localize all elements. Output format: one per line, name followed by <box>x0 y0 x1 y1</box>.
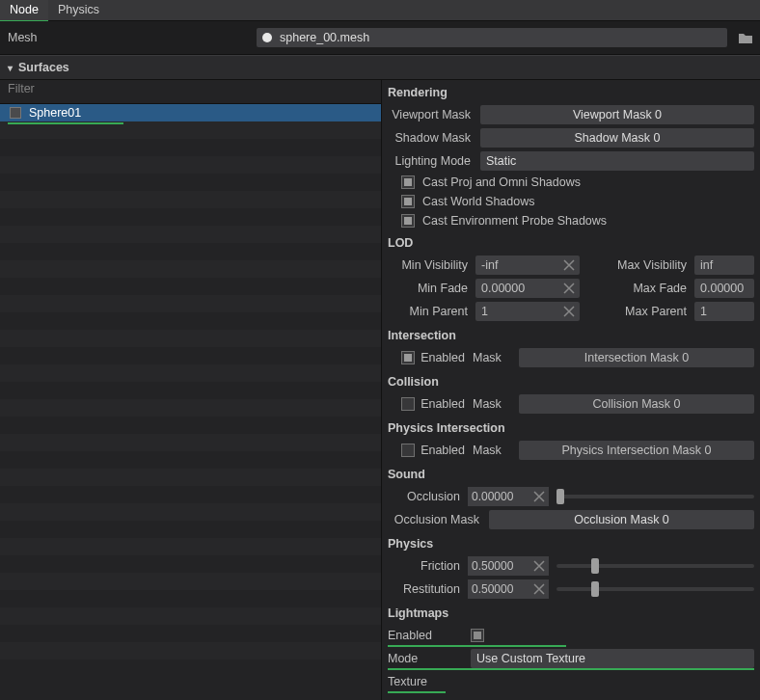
reset-icon[interactable] <box>532 559 546 573</box>
mesh-label: Mesh <box>6 31 247 44</box>
collision-enabled-checkbox[interactable] <box>401 397 415 411</box>
max-parent-label: Max Parent <box>607 305 694 318</box>
reset-icon[interactable] <box>562 305 576 318</box>
lightmaps-title: Lightmaps <box>382 601 760 624</box>
properties-panel: Rendering Viewport Mask Viewport Mask 0 … <box>382 80 760 700</box>
occlusion-input[interactable]: 0.00000 <box>468 487 549 506</box>
lightmaps-texture-label: Texture <box>388 675 471 688</box>
surface-checkbox[interactable] <box>10 107 21 119</box>
reset-icon[interactable] <box>562 282 576 295</box>
reset-icon[interactable] <box>562 258 576 272</box>
restitution-slider[interactable] <box>556 579 754 599</box>
intersection-enabled-label: Enabled <box>421 351 465 364</box>
lod-title: LOD <box>382 230 760 254</box>
shadow-mask-button[interactable]: Shadow Mask 0 <box>480 128 754 148</box>
shadow-mask-label: Shadow Mask <box>388 131 480 145</box>
phys-intersection-title: Physics Intersection <box>382 416 760 439</box>
physics-title: Physics <box>382 531 760 554</box>
surfaces-panel: Filter Sphere01 <box>0 80 382 700</box>
lighting-mode-label: Lighting Mode <box>388 154 480 168</box>
collision-mask-label: Mask <box>473 397 511 411</box>
folder-icon <box>739 32 752 43</box>
restitution-input[interactable]: 0.50000 <box>468 579 549 599</box>
cast-env-checkbox[interactable] <box>401 214 415 228</box>
lightmaps-mode-dropdown[interactable]: Use Custom Texture <box>471 649 754 668</box>
surfaces-filter-input[interactable]: Filter <box>0 80 381 104</box>
surface-name: Sphere01 <box>29 106 81 120</box>
lightmaps-enabled-row: Enabled <box>382 624 760 647</box>
mesh-field[interactable]: sphere_00.mesh <box>257 28 727 47</box>
min-parent-label: Min Parent <box>388 305 475 318</box>
highlight-strip <box>8 122 123 124</box>
max-visibility-label: Max Visibility <box>607 258 694 272</box>
min-visibility-input[interactable]: -inf <box>475 256 580 275</box>
cast-world-checkbox[interactable] <box>401 195 415 208</box>
min-fade-input[interactable]: 0.00000 <box>475 279 580 298</box>
surfaces-list: Sphere01 <box>0 104 381 700</box>
collision-enabled-label: Enabled <box>421 397 465 411</box>
lightmaps-enabled-checkbox[interactable] <box>471 629 484 642</box>
occlusion-mask-button[interactable]: Occlusion Mask 0 <box>489 510 754 529</box>
phys-intersection-mask-button[interactable]: Physics Intersection Mask 0 <box>519 441 754 460</box>
phys-intersection-mask-label: Mask <box>473 444 511 457</box>
chevron-down-icon: ▾ <box>8 63 13 73</box>
friction-input[interactable]: 0.50000 <box>468 556 549 576</box>
reset-icon[interactable] <box>532 490 546 503</box>
list-item[interactable]: Sphere01 <box>0 104 381 121</box>
viewport-mask-label: Viewport Mask <box>388 108 480 121</box>
lightmaps-enabled-label: Enabled <box>388 629 471 642</box>
occlusion-label: Occlusion <box>388 490 460 503</box>
max-fade-input[interactable]: 0.00000 <box>694 279 754 298</box>
max-fade-label: Max Fade <box>607 282 694 295</box>
max-parent-input[interactable]: 1 <box>694 302 754 321</box>
tab-node[interactable]: Node <box>0 0 48 22</box>
phys-intersection-enabled-label: Enabled <box>421 444 465 457</box>
tab-bar: Node Physics <box>0 0 760 21</box>
friction-label: Friction <box>388 559 460 573</box>
cast-proj-omni-label: Cast Proj and Omni Shadows <box>422 175 581 189</box>
intersection-mask-button[interactable]: Intersection Mask 0 <box>519 348 754 367</box>
lightmaps-mode-label: Mode <box>388 652 471 665</box>
mesh-value: sphere_00.mesh <box>280 31 369 44</box>
surfaces-header[interactable]: ▾ Surfaces <box>0 55 760 80</box>
intersection-title: Intersection <box>382 323 760 346</box>
intersection-mask-label: Mask <box>473 351 511 364</box>
surfaces-title: Surfaces <box>18 61 69 74</box>
mesh-row: Mesh sphere_00.mesh <box>0 21 760 55</box>
collision-title: Collision <box>382 369 760 392</box>
tab-physics[interactable]: Physics <box>48 0 109 20</box>
max-visibility-input[interactable]: inf <box>694 256 754 275</box>
viewport-mask-button[interactable]: Viewport Mask 0 <box>480 105 754 124</box>
occlusion-mask-label: Occlusion Mask <box>388 513 489 526</box>
cast-env-label: Cast Environment Probe Shadows <box>422 214 607 228</box>
restitution-label: Restitution <box>388 582 460 596</box>
lighting-mode-dropdown[interactable]: Static <box>480 151 754 171</box>
cast-world-label: Cast World Shadows <box>422 195 535 208</box>
cast-proj-omni-checkbox[interactable] <box>401 175 415 189</box>
collision-mask-button[interactable]: Collision Mask 0 <box>519 394 754 414</box>
min-visibility-label: Min Visibility <box>388 258 475 272</box>
reset-icon[interactable] <box>532 582 546 596</box>
mesh-icon <box>262 33 272 42</box>
min-parent-input[interactable]: 1 <box>475 302 580 321</box>
lightmaps-mode-row: Mode Use Custom Texture <box>382 647 760 670</box>
occlusion-slider[interactable] <box>556 487 754 506</box>
rendering-title: Rendering <box>382 80 760 103</box>
lightmaps-texture-row: Texture <box>382 670 760 693</box>
mesh-browse-button[interactable] <box>737 29 754 46</box>
min-fade-label: Min Fade <box>388 282 475 295</box>
sound-title: Sound <box>382 462 760 485</box>
intersection-enabled-checkbox[interactable] <box>401 351 415 364</box>
friction-slider[interactable] <box>556 556 754 576</box>
highlight-underline <box>388 691 446 693</box>
phys-intersection-enabled-checkbox[interactable] <box>401 444 415 457</box>
